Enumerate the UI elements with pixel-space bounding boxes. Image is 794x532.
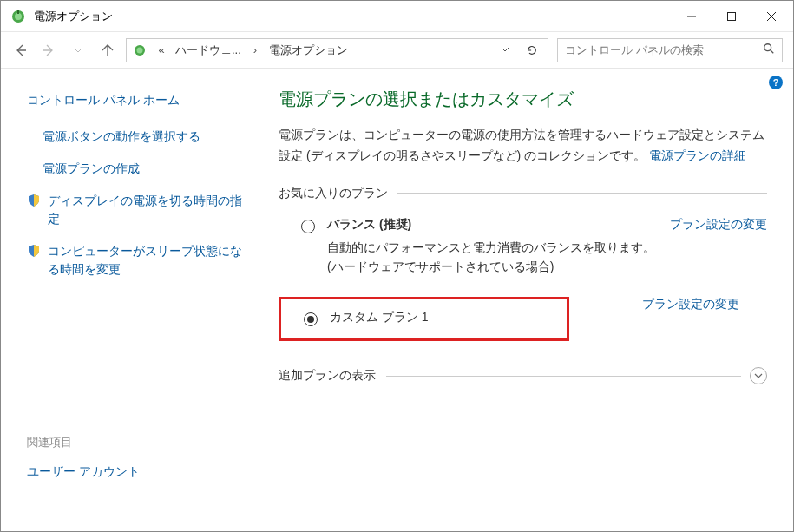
sidebar-item-display-off[interactable]: ディスプレイの電源を切る時間の指定 (27, 192, 253, 228)
sidebar-item-power-button[interactable]: 電源ボタンの動作を選択する (27, 128, 253, 146)
divider (386, 376, 741, 377)
window-title: 電源オプション (34, 9, 113, 24)
search-input[interactable] (565, 43, 763, 56)
plan-info: カスタム プラン 1 (330, 310, 567, 325)
search-box[interactable] (557, 38, 783, 62)
svg-rect-2 (17, 10, 19, 14)
up-button[interactable] (98, 41, 117, 60)
sidebar-item-user-accounts[interactable]: ユーザー アカウント (27, 463, 253, 481)
change-plan-settings-link[interactable]: プラン設定の変更 (642, 297, 739, 312)
shield-icon (27, 244, 41, 258)
breadcrumb-power-options[interactable]: 電源オプション (269, 43, 348, 58)
window-buttons (672, 2, 791, 31)
forward-button[interactable] (39, 41, 58, 60)
sidebar-item-label: 電源ボタンの動作を選択する (43, 128, 200, 146)
titlebar: 電源オプション (1, 1, 793, 32)
help-icon[interactable]: ? (769, 76, 783, 89)
refresh-button[interactable] (515, 38, 548, 62)
chevron-left-double-icon: « (154, 43, 168, 56)
divider (397, 193, 767, 194)
breadcrumb[interactable]: « ハードウェ... › 電源オプション (126, 38, 515, 62)
description: 電源プランは、コンピューターの電源の使用方法を管理するハードウェア設定とシステム… (279, 125, 767, 167)
svg-line-10 (771, 50, 774, 54)
recent-dropdown-icon[interactable] (69, 41, 88, 60)
app-icon (10, 8, 27, 25)
plan-name: カスタム プラン 1 (330, 310, 567, 325)
additional-plans-label: 追加プランの表示 (279, 368, 376, 384)
shield-icon (27, 194, 41, 207)
power-plan-details-link[interactable]: 電源プランの詳細 (649, 148, 746, 162)
sidebar-item-label: ディスプレイの電源を切る時間の指定 (48, 192, 253, 228)
plan-row-balance: バランス (推奨) 自動的にパフォーマンスと電力消費のバランスを取ります。(ハー… (279, 213, 767, 282)
search-icon[interactable] (763, 43, 775, 57)
highlight-box: カスタム プラン 1 (279, 297, 569, 341)
related-heading: 関連項目 (27, 435, 253, 450)
sidebar: コントロール パネル ホーム 電源ボタンの動作を選択する 電源プランの作成 ディ… (1, 69, 270, 532)
additional-plans-row: 追加プランの表示 (279, 367, 767, 384)
sidebar-item-label: コンピューターがスリープ状態になる時間を変更 (48, 242, 253, 279)
chevron-right-icon: › (248, 43, 262, 56)
expand-button[interactable] (750, 367, 767, 384)
favorite-plans-text: お気に入りのプラン (279, 186, 388, 201)
plan-desc: 自動的にパフォーマンスと電力消費のバランスを取ります。(ハードウェアでサポートさ… (327, 238, 658, 277)
plan-name: バランス (推奨) (327, 217, 658, 233)
maximize-button[interactable] (712, 2, 751, 31)
sidebar-item-label: 電源プランの作成 (43, 160, 140, 178)
svg-point-9 (764, 44, 771, 51)
plan-info: バランス (推奨) 自動的にパフォーマンスと電力消費のバランスを取ります。(ハー… (327, 217, 658, 277)
back-button[interactable] (11, 41, 30, 60)
svg-point-1 (15, 13, 22, 20)
radio-balance[interactable] (301, 220, 315, 233)
svg-point-8 (137, 47, 143, 53)
minimize-button[interactable] (672, 2, 712, 31)
plan-row-custom: カスタム プラン 1 プラン設定の変更 (279, 281, 767, 358)
breadcrumb-hardware[interactable]: ハードウェ... (175, 43, 241, 58)
main-content: 電源プランの選択またはカスタマイズ 電源プランは、コンピューターの電源の使用方法… (270, 69, 793, 532)
control-panel-home-link[interactable]: コントロール パネル ホーム (27, 93, 253, 108)
favorite-plans-label: お気に入りのプラン (279, 186, 767, 201)
navbar: « ハードウェ... › 電源オプション (1, 32, 793, 69)
chevron-down-icon[interactable] (501, 43, 509, 56)
plan-row-custom-inner: カスタム プラン 1 (304, 306, 567, 332)
sidebar-item-label: ユーザー アカウント (27, 463, 140, 481)
svg-rect-4 (728, 12, 736, 20)
page-heading: 電源プランの選択またはカスタマイズ (279, 88, 767, 111)
sidebar-item-sleep-time[interactable]: コンピューターがスリープ状態になる時間を変更 (27, 242, 253, 279)
change-plan-settings-link[interactable]: プラン設定の変更 (670, 217, 767, 233)
breadcrumb-icon (132, 43, 148, 58)
sidebar-item-create-plan[interactable]: 電源プランの作成 (27, 160, 253, 178)
close-button[interactable] (751, 2, 791, 31)
body: ? コントロール パネル ホーム 電源ボタンの動作を選択する 電源プランの作成 … (1, 69, 793, 532)
radio-custom[interactable] (304, 312, 318, 326)
